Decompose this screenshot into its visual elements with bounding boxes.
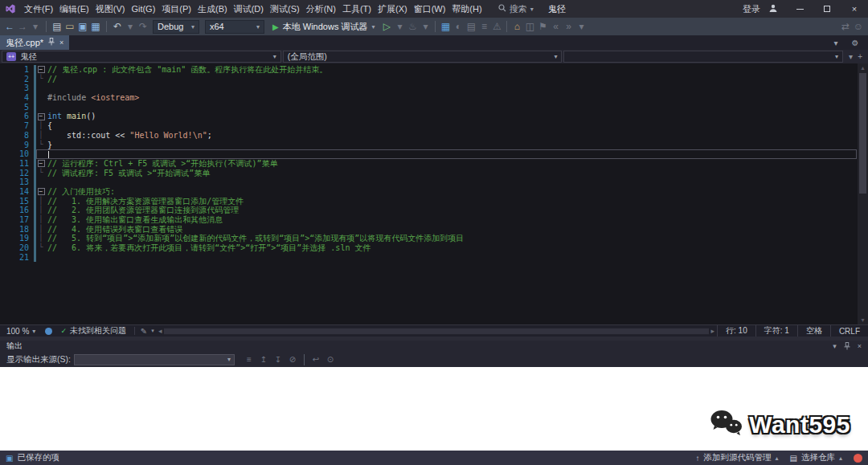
horizontal-scrollbar[interactable] xyxy=(164,328,708,335)
line-number[interactable]: 4 xyxy=(0,93,34,103)
menu-item[interactable]: 生成(B) xyxy=(194,0,231,18)
line-number[interactable]: 18 xyxy=(0,225,34,235)
tab-options-icon[interactable]: ⚙ xyxy=(849,35,862,51)
code-line[interactable]: 7│{ xyxy=(0,121,857,131)
feedback-icon[interactable]: ☺ xyxy=(852,18,865,35)
tab-file[interactable]: 鬼径.cpp* × xyxy=(0,35,69,50)
menu-item[interactable]: 文件(F) xyxy=(21,0,56,18)
intellicode-icon[interactable] xyxy=(45,328,52,335)
scrollbar-thumb[interactable] xyxy=(164,328,708,334)
fold-collapse-icon[interactable]: − xyxy=(36,159,46,169)
line-number[interactable]: 3 xyxy=(0,84,34,93)
line-number[interactable]: 16 xyxy=(0,206,34,215)
fold-collapse-icon[interactable]: − xyxy=(36,112,46,121)
line-number[interactable]: 13 xyxy=(0,177,34,187)
code-line[interactable]: 21 xyxy=(0,253,857,263)
live-share-icon[interactable]: ⇄ xyxy=(839,18,852,35)
minimize-button[interactable] xyxy=(786,0,813,18)
start-without-debugging-icon[interactable]: ▷ xyxy=(380,18,393,35)
spaces-indicator[interactable]: 空格 xyxy=(797,325,830,337)
undo-menu-icon[interactable]: ▾ xyxy=(124,18,137,35)
open-file-icon[interactable]: ▭ xyxy=(63,18,76,35)
code-cleanup-menu-icon[interactable]: ▾ xyxy=(149,328,156,334)
menu-item[interactable]: 窗口(W) xyxy=(411,0,449,18)
undo-icon[interactable]: ↶ xyxy=(111,18,124,35)
new-file-icon[interactable]: ▤ xyxy=(51,18,63,35)
menu-item[interactable]: 工具(T) xyxy=(339,0,375,18)
code-cleanup-icon[interactable]: ✎ xyxy=(138,327,149,336)
line-number[interactable]: 20 xyxy=(0,243,34,253)
add-to-source-control-button[interactable]: ↑ 添加到源代码管理 ▴ xyxy=(696,452,779,463)
redo-icon[interactable]: ↷ xyxy=(137,18,149,35)
select-repository-button[interactable]: ▤ 选择仓库 ▴ xyxy=(790,452,842,463)
menu-item[interactable]: 扩展(X) xyxy=(375,0,411,18)
member-dropdown[interactable]: ▾ xyxy=(563,51,843,63)
next-bookmark-icon[interactable]: » xyxy=(562,18,575,35)
solution-explorer-icon[interactable]: ⌂ xyxy=(510,18,523,35)
timestamp-icon[interactable]: ⊙ xyxy=(324,353,337,366)
line-number[interactable]: 19 xyxy=(0,234,34,243)
line-number[interactable]: 17 xyxy=(0,215,34,225)
output-source-dropdown[interactable]: ▾ xyxy=(74,354,235,365)
line-number[interactable]: 10 xyxy=(0,149,34,159)
menu-item[interactable]: 帮助(H) xyxy=(448,0,485,18)
output-content-area[interactable]: Want595 xyxy=(0,367,868,451)
code-line[interactable]: 8│ std::cout << "Hello World!\n"; xyxy=(0,131,857,141)
line-number[interactable]: 5 xyxy=(0,103,34,112)
line-number[interactable]: 14 xyxy=(0,187,34,197)
scroll-left-icon[interactable]: ◂ xyxy=(156,327,165,335)
menu-item[interactable]: 测试(S) xyxy=(267,0,303,18)
scroll-down-icon[interactable]: ▾ xyxy=(861,316,864,324)
sign-in-button[interactable]: 登录 xyxy=(743,3,760,15)
word-wrap-icon[interactable]: ↩ xyxy=(309,353,322,366)
code-line[interactable]: 3 xyxy=(0,84,857,93)
hot-reload-icon[interactable]: ♨ xyxy=(406,18,419,35)
goto-next-message-icon[interactable]: ↧ xyxy=(272,353,285,366)
fold-collapse-icon[interactable]: − xyxy=(36,187,46,197)
test-explorer-icon[interactable]: ▤ xyxy=(465,18,477,35)
code-line[interactable]: 2└// xyxy=(0,75,857,84)
solution-configurations-dropdown[interactable]: Debug ▾ xyxy=(153,20,199,34)
save-status-label[interactable]: 已保存的项 xyxy=(17,452,59,463)
bookmark-icon[interactable]: ⚑ xyxy=(536,18,549,35)
close-button[interactable]: × xyxy=(841,0,868,18)
code-line[interactable]: 10 xyxy=(0,149,857,159)
line-number[interactable]: 1 xyxy=(0,65,34,75)
menu-item[interactable]: Git(G) xyxy=(128,0,158,18)
code-line[interactable]: 18│// 4. 使用错误列表窗口查看错误 xyxy=(0,225,857,235)
document-health-indicator[interactable]: ✓ 未找到相关问题 xyxy=(55,325,131,337)
menu-item[interactable]: 调试(D) xyxy=(231,0,267,18)
line-number[interactable]: 6 xyxy=(0,112,34,121)
line-number[interactable]: 12 xyxy=(0,169,34,178)
split-editor-icon[interactable]: + xyxy=(858,52,862,61)
code-line[interactable]: 16│// 2. 使用团队资源管理器窗口连接到源代码管理 xyxy=(0,206,857,215)
search-box[interactable]: 搜索 ▾ xyxy=(493,2,538,16)
close-panel-icon[interactable]: × xyxy=(858,342,862,350)
line-number[interactable]: 11 xyxy=(0,159,34,169)
goto-previous-message-icon[interactable]: ↥ xyxy=(257,353,270,366)
column-indicator[interactable]: 字符: 1 xyxy=(755,325,797,337)
code-line[interactable]: 11−// 运行程序: Ctrl + F5 或调试 >“开始执行(不调试)”菜单 xyxy=(0,159,857,169)
code-line[interactable]: 6−int main() xyxy=(0,112,857,121)
active-files-icon[interactable]: ▾ xyxy=(829,35,842,51)
maximize-button[interactable] xyxy=(813,0,841,18)
code-line[interactable]: 4#include <iostream> xyxy=(0,93,857,103)
scroll-right-icon[interactable]: ▸ xyxy=(709,327,718,335)
scope-dropdown[interactable]: (全局范围) ▾ xyxy=(283,51,563,63)
profiler-icon[interactable]: ◐ xyxy=(452,18,465,35)
fold-collapse-icon[interactable]: − xyxy=(36,65,46,75)
navigate-history-icon[interactable]: ▾ xyxy=(29,18,42,35)
scrollbar-thumb[interactable] xyxy=(859,73,866,194)
attach-process-icon[interactable]: ▦ xyxy=(439,18,452,35)
line-number[interactable]: 7 xyxy=(0,121,34,131)
line-number[interactable]: 9 xyxy=(0,141,34,150)
target-menu-icon[interactable]: ▾ xyxy=(393,18,406,35)
line-number[interactable]: 21 xyxy=(0,253,34,263)
project-dropdown[interactable]: ++ 鬼径 ▾ xyxy=(2,51,281,63)
code-line[interactable]: 14−// 入门使用技巧: xyxy=(0,187,857,197)
scroll-up-icon[interactable]: ▴ xyxy=(861,63,864,72)
toolbar-options-icon[interactable]: ▾ xyxy=(575,18,588,35)
error-list-icon[interactable]: ⚠ xyxy=(490,18,503,35)
menu-item[interactable]: 视图(V) xyxy=(92,0,129,18)
pin-icon[interactable] xyxy=(48,38,55,47)
